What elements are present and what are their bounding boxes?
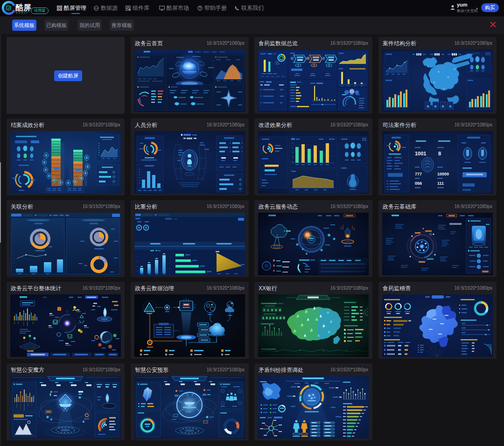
svg-text:8: 8 — [438, 151, 441, 156]
svg-text:10000: 10000 — [437, 172, 449, 176]
svg-text:111: 111 — [437, 181, 444, 186]
svg-text:056: 056 — [415, 181, 422, 186]
svg-text:1001: 1001 — [415, 151, 426, 156]
svg-text:777: 777 — [415, 172, 422, 176]
